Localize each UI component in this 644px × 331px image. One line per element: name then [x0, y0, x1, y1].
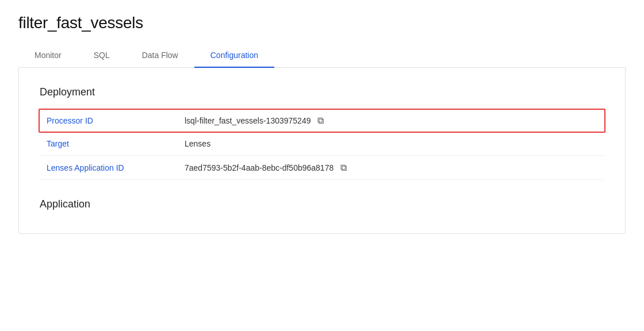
processor-id-key[interactable]: Processor ID	[47, 116, 185, 125]
target-key[interactable]: Target	[47, 139, 185, 148]
page-wrapper: filter_fast_vessels Monitor SQL Data Flo…	[0, 0, 644, 248]
target-row: Target Lenses	[40, 132, 604, 156]
target-value: Lenses	[185, 139, 210, 148]
content-panel: Deployment Processor ID lsql-filter_fast…	[18, 68, 626, 234]
tab-configuration[interactable]: Configuration	[194, 44, 274, 68]
config-table: Processor ID lsql-filter_fast_vessels-13…	[40, 109, 604, 180]
application-section-title: Application	[40, 194, 604, 210]
lenses-app-id-text: 7aed7593-5b2f-4aab-8ebc-df50b96a8178	[185, 163, 334, 172]
lenses-app-id-row: Lenses Application ID 7aed7593-5b2f-4aab…	[40, 156, 604, 180]
target-text: Lenses	[185, 139, 210, 148]
processor-id-copy-icon[interactable]: ⧉	[317, 116, 324, 126]
page-title: filter_fast_vessels	[18, 14, 626, 32]
processor-id-value: lsql-filter_fast_vessels-1303975249 ⧉	[185, 116, 324, 126]
deployment-section-title: Deployment	[40, 86, 604, 98]
lenses-app-id-key[interactable]: Lenses Application ID	[47, 163, 185, 172]
lenses-app-id-copy-icon[interactable]: ⧉	[340, 163, 347, 173]
tab-monitor[interactable]: Monitor	[18, 44, 78, 68]
tab-data-flow[interactable]: Data Flow	[126, 44, 194, 68]
tabs-bar: Monitor SQL Data Flow Configuration	[18, 44, 626, 68]
lenses-app-id-value: 7aed7593-5b2f-4aab-8ebc-df50b96a8178 ⧉	[185, 163, 347, 173]
processor-id-row: Processor ID lsql-filter_fast_vessels-13…	[39, 109, 605, 133]
tab-sql[interactable]: SQL	[78, 44, 126, 68]
processor-id-text: lsql-filter_fast_vessels-1303975249	[185, 116, 310, 125]
